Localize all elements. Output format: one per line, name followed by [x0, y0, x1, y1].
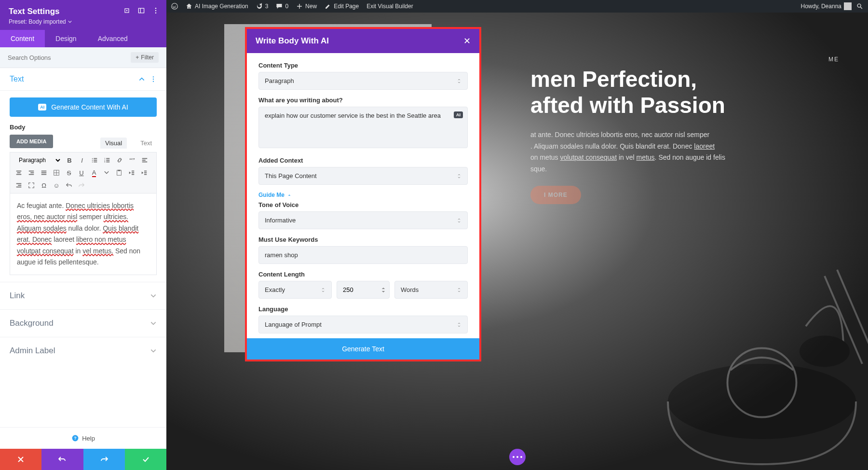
expand-icon[interactable]	[123, 7, 131, 14]
keywords-input[interactable]: ramen shop	[258, 246, 468, 264]
svg-point-8	[155, 13, 156, 14]
svg-point-14	[92, 160, 93, 161]
align-center-icon[interactable]	[14, 168, 24, 178]
tone-select[interactable]: Informative	[258, 211, 468, 229]
hero-text-block: ME men Perfection,afted with Passion at …	[530, 56, 839, 204]
search-icon[interactable]	[856, 3, 863, 10]
editor-tab-text[interactable]: Text	[136, 138, 157, 149]
svg-point-7	[155, 10, 156, 11]
length-unit-select[interactable]: Words	[394, 281, 468, 299]
close-icon[interactable]: ✕	[463, 36, 471, 46]
tone-label: Tone of Voice	[258, 201, 468, 208]
guide-me-toggle[interactable]: Guide Me	[258, 192, 468, 198]
underline-icon[interactable]: U	[77, 168, 86, 178]
stepper-arrows-icon[interactable]	[381, 287, 385, 293]
settings-sidebar: Text Settings Preset: Body imported Cont…	[0, 0, 166, 470]
quote-icon[interactable]: “”	[127, 155, 137, 165]
redo-icon[interactable]	[77, 180, 86, 190]
undo-button[interactable]	[41, 449, 83, 470]
section-background[interactable]: Background	[0, 309, 166, 337]
svg-rect-31	[30, 172, 34, 173]
align-justify-icon[interactable]	[39, 168, 49, 178]
tab-advanced[interactable]: Advanced	[87, 30, 138, 47]
ai-write-modal: Write Body With AI ✕ Content Type Paragr…	[245, 27, 481, 361]
about-textarea[interactable]	[258, 107, 468, 148]
paragraph-select[interactable]: Paragraph	[14, 155, 62, 165]
svg-text:?: ?	[74, 436, 76, 441]
omega-icon[interactable]: Ω	[39, 180, 49, 190]
bullet-list-icon[interactable]	[90, 155, 99, 165]
length-label: Content Length	[258, 271, 468, 278]
bowl-illustration	[637, 238, 868, 470]
svg-rect-46	[144, 174, 147, 175]
more-icon[interactable]	[152, 7, 160, 14]
svg-point-12	[92, 158, 93, 159]
section-admin-label[interactable]: Admin Label	[0, 337, 166, 364]
add-media-button[interactable]: ADD MEDIA	[10, 135, 53, 148]
cancel-button[interactable]	[0, 449, 41, 470]
generate-text-button[interactable]: Generate Text	[247, 338, 479, 359]
section-text[interactable]: Text	[0, 68, 166, 91]
svg-point-10	[153, 79, 154, 80]
refresh-count[interactable]: 3	[256, 3, 269, 10]
content-type-label: Content Type	[258, 62, 468, 69]
length-number-input[interactable]	[337, 281, 390, 299]
ai-badge-icon: AI	[38, 104, 46, 111]
context-select[interactable]: This Page Content	[258, 167, 468, 185]
strike-icon[interactable]: S	[64, 168, 74, 178]
svg-rect-17	[94, 162, 97, 163]
paste-icon[interactable]	[114, 168, 124, 178]
text-color-icon[interactable]: A	[89, 168, 99, 178]
filter-button[interactable]: +Filter	[131, 52, 159, 63]
howdy-user[interactable]: Howdy, Deanna	[801, 2, 852, 10]
svg-point-16	[92, 162, 93, 163]
svg-rect-25	[142, 160, 146, 161]
content-type-select[interactable]: Paragraph	[258, 72, 468, 90]
hero-cta-button[interactable]: I MORE	[530, 186, 581, 204]
align-right-icon[interactable]	[27, 168, 36, 178]
undo-icon[interactable]	[64, 180, 74, 190]
fullscreen-icon[interactable]	[27, 180, 36, 190]
svg-point-3	[126, 10, 127, 11]
table-icon[interactable]	[52, 168, 61, 178]
editor-tab-visual[interactable]: Visual	[100, 138, 127, 149]
action-bar	[0, 449, 166, 470]
more-vertical-icon[interactable]	[150, 76, 157, 83]
preset-selector[interactable]: Preset: Body imported	[9, 18, 158, 25]
redo-button[interactable]	[83, 449, 125, 470]
svg-rect-29	[16, 174, 22, 175]
new-button[interactable]: New	[296, 3, 317, 10]
ai-enhance-icon[interactable]: AI	[454, 111, 463, 118]
save-button[interactable]	[125, 449, 166, 470]
outdent2-icon[interactable]	[14, 180, 24, 190]
generate-content-button[interactable]: AI Generate Content With AI	[10, 97, 157, 117]
builder-fab[interactable]	[509, 449, 526, 465]
length-mode-select[interactable]: Exactly	[258, 281, 332, 299]
svg-rect-35	[41, 174, 47, 175]
bold-icon[interactable]: B	[65, 155, 74, 165]
search-input[interactable]	[8, 54, 131, 61]
comments-count[interactable]: 0	[276, 3, 288, 10]
link-icon[interactable]	[115, 155, 124, 165]
tab-design[interactable]: Design	[45, 30, 87, 47]
section-link[interactable]: Link	[0, 282, 166, 309]
emoji-icon[interactable]: ☺	[52, 180, 61, 190]
indent-icon[interactable]	[139, 168, 149, 178]
language-label: Language	[258, 305, 468, 313]
align-left-icon[interactable]	[140, 155, 149, 165]
edit-page-link[interactable]: Edit Page	[325, 3, 359, 10]
svg-rect-45	[144, 172, 147, 173]
editor-body[interactable]: Ac feugiat ante. Donec ultricies loborti…	[10, 193, 157, 275]
color-dropdown-icon[interactable]	[102, 168, 111, 178]
wp-logo-icon[interactable]	[171, 3, 178, 10]
panel-icon[interactable]	[137, 7, 145, 14]
language-select[interactable]: Language of Prompt	[258, 316, 468, 333]
number-list-icon[interactable]: 123	[102, 155, 112, 165]
italic-icon[interactable]: I	[77, 155, 87, 165]
outdent-icon[interactable]	[127, 168, 136, 178]
site-name[interactable]: AI Image Generation	[186, 3, 248, 10]
help-link[interactable]: ?Help	[0, 427, 166, 449]
svg-rect-15	[94, 160, 97, 161]
tab-content[interactable]: Content	[0, 30, 45, 47]
exit-visual-builder[interactable]: Exit Visual Builder	[366, 3, 413, 10]
